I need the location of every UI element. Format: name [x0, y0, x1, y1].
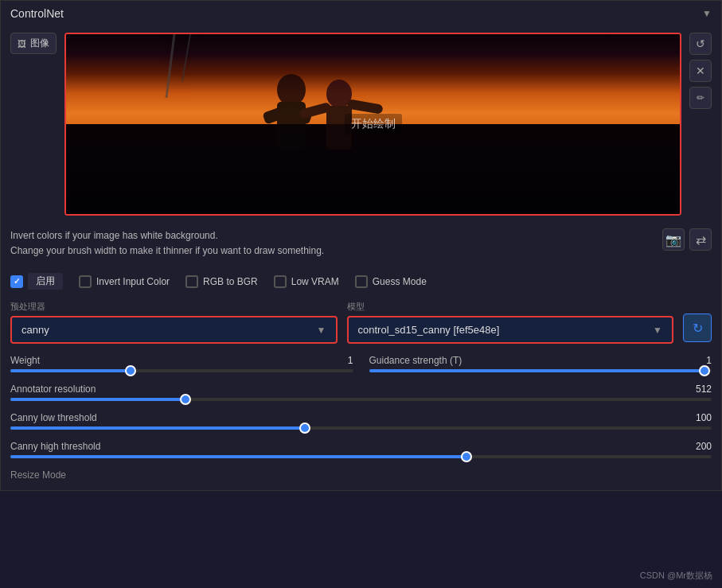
- camera-button[interactable]: 📷: [662, 228, 685, 251]
- edit-button[interactable]: ✏: [689, 87, 712, 109]
- svg-line-1: [182, 34, 190, 82]
- canny-low-slider[interactable]: [10, 426, 712, 430]
- annotator-thumb[interactable]: [180, 394, 191, 405]
- weight-thumb[interactable]: [125, 365, 136, 376]
- svg-line-0: [166, 34, 174, 98]
- svg-point-2: [277, 74, 306, 106]
- guess-mode-label: Guess Mode: [373, 276, 427, 287]
- annotator-slider[interactable]: [10, 398, 712, 401]
- weight-label: Weight: [10, 355, 122, 366]
- collapse-arrow[interactable]: ▼: [702, 8, 712, 19]
- invert-input-option[interactable]: Invert Input Color: [79, 275, 170, 288]
- desc-icons: 📷 ⇄: [662, 228, 712, 251]
- refresh-icon: ↻: [693, 321, 703, 336]
- guidance-slider[interactable]: [369, 369, 712, 372]
- canny-low-value: 100: [684, 412, 712, 423]
- annotator-header: Annotator resolution 512: [10, 384, 712, 395]
- canny-high-label: Canny high threshold: [10, 441, 122, 452]
- reset-button[interactable]: ↺: [689, 33, 712, 55]
- model-group: 模型 control_sd15_canny [fef5e48e] ▼: [347, 301, 674, 344]
- image-container[interactable]: 开始绘制: [64, 33, 681, 216]
- controlnet-panel: ControlNet ▼ 🖼 图像: [0, 0, 722, 491]
- options-row: 启用 Invert Input Color RGB to BGR Low VRA…: [10, 273, 712, 290]
- canny-low-row: Canny low threshold 100: [10, 412, 712, 430]
- panel-title: ControlNet: [10, 7, 64, 20]
- swap-button[interactable]: ⇄: [689, 228, 712, 251]
- weight-value: 1: [326, 355, 353, 366]
- dropdowns-row: 预处理器 canny ▼ 模型 control_sd15_canny [fef5…: [10, 301, 712, 344]
- weight-fill: [10, 369, 131, 372]
- panel-body: 🖼 图像: [1, 26, 721, 490]
- annotator-fill: [10, 398, 185, 401]
- image-area: 🖼 图像: [10, 33, 712, 216]
- model-label: 模型: [347, 301, 674, 313]
- guidance-fill: [369, 369, 705, 372]
- canny-high-row: Canny high threshold 200: [10, 441, 712, 458]
- resize-mode-label: Resize Mode: [10, 469, 712, 481]
- enable-label: 启用: [28, 273, 63, 290]
- preprocessor-arrow: ▼: [317, 325, 326, 336]
- invert-input-checkbox[interactable]: [79, 275, 92, 288]
- canny-high-slider[interactable]: [10, 455, 712, 458]
- rgb-bgr-label: RGB to BGR: [203, 276, 258, 287]
- annotator-row: Annotator resolution 512: [10, 384, 712, 401]
- preprocessor-value: canny: [21, 324, 49, 336]
- low-vram-checkbox[interactable]: [274, 275, 287, 288]
- model-dropdown[interactable]: control_sd15_canny [fef5e48e] ▼: [347, 316, 674, 344]
- model-value: control_sd15_canny [fef5e48e]: [358, 324, 500, 336]
- low-vram-label: Low VRAM: [291, 276, 339, 287]
- description-text: Invert colors if your image has white ba…: [10, 228, 324, 259]
- close-button[interactable]: ✕: [689, 60, 712, 82]
- titanic-scene: 开始绘制: [66, 34, 680, 214]
- start-drawing-text: 开始绘制: [345, 114, 402, 134]
- watermark: CSDN @Mr数据杨: [640, 570, 712, 582]
- guess-mode-option[interactable]: Guess Mode: [355, 275, 427, 288]
- weight-header: Weight 1: [10, 355, 353, 366]
- enable-checkbox[interactable]: [10, 275, 23, 288]
- canny-high-header: Canny high threshold 200: [10, 441, 712, 452]
- canny-high-value: 200: [684, 441, 712, 452]
- image-tab-icon: 🖼: [18, 39, 26, 49]
- preprocessor-label: 预处理器: [10, 301, 338, 313]
- model-refresh-button[interactable]: ↻: [683, 313, 712, 342]
- chain-decoration: [158, 34, 222, 98]
- canny-low-header: Canny low threshold 100: [10, 412, 712, 423]
- low-vram-option[interactable]: Low VRAM: [274, 275, 339, 288]
- enable-option[interactable]: 启用: [10, 273, 63, 290]
- weight-slider[interactable]: [10, 369, 353, 372]
- weight-guidance-sliders: Weight 1 Guidance strength (T) 1: [10, 355, 712, 372]
- controls-right: ↺ ✕ ✏: [689, 33, 712, 109]
- canny-low-fill: [10, 426, 305, 430]
- description-area: Invert colors if your image has white ba…: [10, 224, 712, 263]
- guess-mode-checkbox[interactable]: [355, 275, 368, 288]
- panel-header: ControlNet ▼: [1, 1, 721, 26]
- canny-high-thumb[interactable]: [461, 451, 472, 462]
- rgb-bgr-option[interactable]: RGB to BGR: [185, 275, 258, 288]
- annotator-value: 512: [684, 384, 712, 395]
- image-tab[interactable]: 🖼 图像: [10, 33, 57, 54]
- weight-col: Weight 1: [10, 355, 353, 372]
- image-tab-label: 图像: [30, 37, 49, 50]
- model-arrow: ▼: [653, 325, 662, 336]
- preprocessor-group: 预处理器 canny ▼: [10, 301, 338, 344]
- guidance-thumb[interactable]: [699, 365, 710, 376]
- rgb-bgr-checkbox[interactable]: [185, 275, 198, 288]
- svg-rect-9: [346, 99, 383, 115]
- guidance-header: Guidance strength (T) 1: [369, 355, 712, 366]
- guidance-col: Guidance strength (T) 1: [369, 355, 712, 372]
- invert-input-label: Invert Input Color: [96, 276, 170, 287]
- canny-high-fill: [10, 455, 466, 458]
- canny-low-thumb[interactable]: [299, 423, 310, 434]
- guidance-value: 1: [684, 355, 712, 366]
- annotator-label: Annotator resolution: [10, 384, 122, 395]
- canny-low-label: Canny low threshold: [10, 412, 122, 423]
- guidance-label: Guidance strength (T): [369, 355, 481, 366]
- preprocessor-dropdown[interactable]: canny ▼: [10, 316, 338, 344]
